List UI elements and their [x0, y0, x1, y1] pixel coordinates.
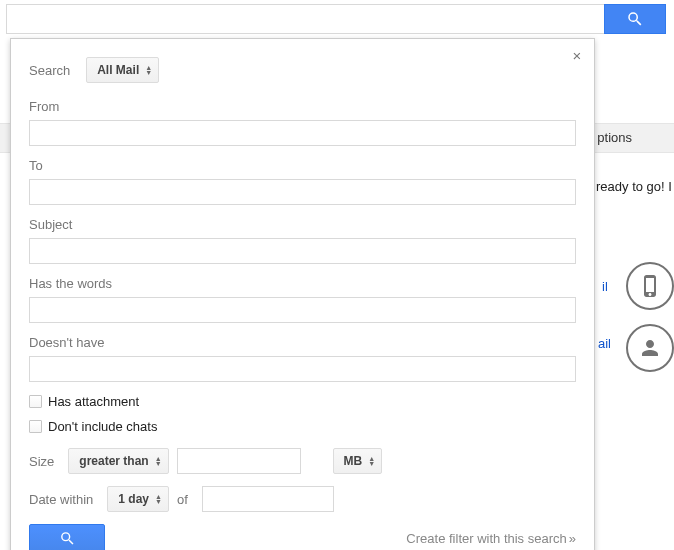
mobile-icon[interactable]	[626, 262, 674, 310]
create-filter-link-text: Create filter with this search	[406, 531, 566, 546]
top-search-button[interactable]	[604, 4, 666, 34]
background-options-fragment: ptions	[597, 130, 632, 145]
background-link-fragment-1: il	[602, 279, 608, 294]
search-icon	[59, 530, 76, 547]
close-icon[interactable]: ×	[570, 49, 584, 63]
subject-input[interactable]	[29, 238, 576, 264]
top-search-input[interactable]	[6, 4, 604, 34]
sort-arrows-icon: ▲▼	[155, 494, 162, 504]
size-unit-selected: MB	[344, 454, 363, 468]
has-attachment-label: Has attachment	[48, 394, 139, 409]
create-filter-link[interactable]: Create filter with this search»	[406, 531, 576, 546]
search-scope-label: Search	[29, 63, 70, 78]
search-icon	[626, 10, 644, 28]
dont-include-chats-label: Don't include chats	[48, 419, 157, 434]
date-within-dropdown[interactable]: 1 day ▲▼	[107, 486, 169, 512]
from-input[interactable]	[29, 120, 576, 146]
size-unit-dropdown[interactable]: MB ▲▼	[333, 448, 383, 474]
person-icon[interactable]	[626, 324, 674, 372]
has-attachment-checkbox[interactable]	[29, 395, 42, 408]
sort-arrows-icon: ▲▼	[145, 65, 152, 75]
dont-include-chats-checkbox[interactable]	[29, 420, 42, 433]
to-label: To	[29, 158, 576, 173]
doesnt-have-label: Doesn't have	[29, 335, 576, 350]
size-comparator-selected: greater than	[79, 454, 148, 468]
date-within-label: Date within	[29, 492, 93, 507]
size-label: Size	[29, 454, 54, 469]
date-of-label: of	[177, 492, 188, 507]
date-of-input[interactable]	[202, 486, 334, 512]
from-label: From	[29, 99, 576, 114]
doesnt-have-input[interactable]	[29, 356, 576, 382]
to-input[interactable]	[29, 179, 576, 205]
size-value-input[interactable]	[177, 448, 301, 474]
advanced-search-panel: × Search All Mail ▲▼ From To Subject Has…	[10, 38, 595, 550]
top-search-bar	[6, 4, 666, 34]
background-ready-fragment: ready to go! I	[596, 179, 672, 194]
has-words-input[interactable]	[29, 297, 576, 323]
has-words-label: Has the words	[29, 276, 576, 291]
size-comparator-dropdown[interactable]: greater than ▲▼	[68, 448, 168, 474]
background-link-fragment-2: ail	[598, 336, 611, 351]
search-scope-selected: All Mail	[97, 63, 139, 77]
subject-label: Subject	[29, 217, 576, 232]
date-within-selected: 1 day	[118, 492, 149, 506]
raquo-icon: »	[569, 531, 576, 546]
search-scope-dropdown[interactable]: All Mail ▲▼	[86, 57, 159, 83]
sort-arrows-icon: ▲▼	[368, 456, 375, 466]
advanced-search-submit-button[interactable]	[29, 524, 105, 550]
sort-arrows-icon: ▲▼	[155, 456, 162, 466]
